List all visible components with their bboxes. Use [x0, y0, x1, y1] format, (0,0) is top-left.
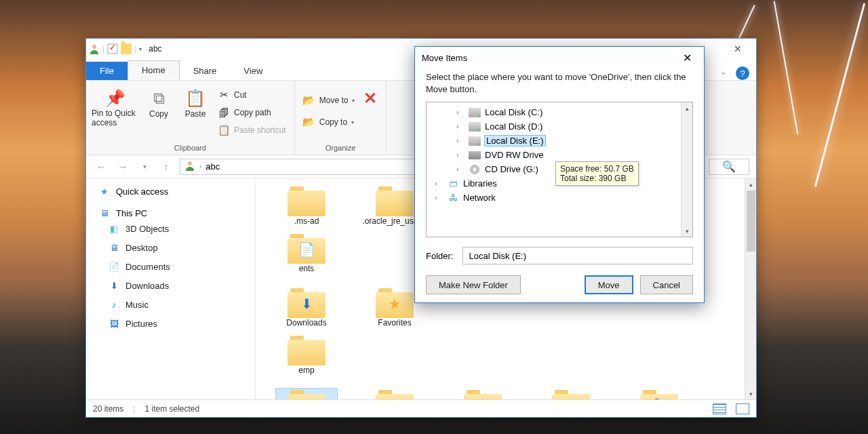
pin-to-quick-access-button[interactable]: 📌 Pin to Quick access [92, 83, 139, 128]
pin-icon: 📌 [104, 87, 126, 109]
sidebar-item-desktop[interactable]: 🖥Desktop [96, 238, 255, 257]
sidebar-item-downloads[interactable]: ⬇Downloads [96, 276, 255, 295]
tab-home[interactable]: Home [127, 60, 180, 80]
drive-icon [469, 122, 481, 132]
scissors-icon: ✂ [218, 89, 230, 101]
recent-dropdown[interactable]: ▾ [136, 159, 153, 175]
search-icon: 🔍 [722, 160, 736, 173]
tab-share[interactable]: Share [180, 62, 231, 80]
dialog-close-button[interactable]: ✕ [677, 52, 697, 64]
icons-view-icon[interactable] [736, 403, 749, 414]
folder-item-pictures[interactable]: 🖼Pictures [452, 389, 513, 399]
tree-item-local-disk-d[interactable]: ›Local Disk (D:) [435, 119, 692, 134]
copy-path-button[interactable]: 🗐Copy path [215, 105, 289, 120]
tree-item-dvd-drive[interactable]: ›DVD RW Drive [435, 148, 692, 162]
close-button[interactable]: ✕ [722, 39, 753, 59]
folder-icon: ☁ [288, 389, 326, 399]
sidebar-quick-access[interactable]: ★Quick access [96, 185, 255, 197]
expand-icon[interactable]: › [435, 180, 443, 187]
folder-icon: 🔍 [640, 389, 678, 399]
lightning-bolt [774, 1, 799, 134]
tree-item-local-disk-e[interactable]: ›Local Disk (E:) [435, 134, 692, 148]
quick-access-toolbar: | | ▾ [89, 43, 142, 54]
back-button[interactable]: ← [93, 159, 109, 175]
tree-item-local-disk-c[interactable]: ›Local Disk (C:) [435, 105, 692, 119]
move-button[interactable]: Move [585, 275, 633, 294]
status-bar: 20 items | 1 item selected [86, 399, 756, 417]
expand-icon[interactable]: › [456, 151, 465, 159]
folder-item-partial[interactable]: 📄ents [276, 233, 337, 273]
star-icon: ★ [98, 185, 111, 197]
sidebar-item-pictures[interactable]: 🖼Pictures [96, 314, 255, 333]
cd-icon [469, 165, 481, 174]
qat-dropdown-icon[interactable]: ▾ [139, 46, 142, 52]
forward-button[interactable]: → [115, 159, 131, 175]
expand-icon[interactable]: › [456, 165, 465, 173]
folder-icon [288, 185, 326, 216]
libraries-icon: 🗃 [447, 179, 459, 189]
scroll-down-icon[interactable]: ▾ [682, 225, 693, 237]
folder-input[interactable] [462, 247, 693, 264]
folder-label: Folder: [426, 251, 453, 261]
folder-item-onedrive[interactable]: ☁OneDrive [276, 389, 337, 399]
move-to-icon: 📂 [303, 94, 315, 106]
download-icon: ⬇ [108, 279, 120, 292]
folder-item-downloads[interactable]: ⬇Downloads [276, 287, 337, 328]
dialog-title-bar[interactable]: Move Items ✕ [415, 47, 704, 68]
copy-to-button[interactable]: 📂Copy to▾ [300, 115, 358, 130]
sidebar-item-3d-objects[interactable]: ◧3D Objects [96, 219, 255, 238]
scrollbar[interactable]: ▴ ▾ [745, 178, 756, 399]
document-icon: 📄 [108, 260, 120, 273]
music-icon: ♪ [108, 298, 120, 311]
folder-item[interactable]: .ms-ad [276, 185, 337, 226]
paste-shortcut-icon: 📋 [218, 124, 230, 136]
paste-button[interactable]: 📋 Paste [178, 83, 212, 119]
properties-icon[interactable] [107, 43, 118, 54]
details-view-icon[interactable] [713, 403, 726, 414]
folder-icon: 🖼 [464, 389, 502, 399]
folder-item-photoshop-temp[interactable]: Photoshop temp [364, 389, 425, 399]
download-arrow-icon: ⬇ [298, 295, 315, 313]
cancel-button[interactable]: Cancel [640, 275, 693, 294]
up-button[interactable]: ↑ [158, 159, 174, 175]
window-title: abc [149, 44, 161, 54]
delete-button[interactable]: ✕ [360, 83, 380, 109]
move-to-button[interactable]: 📂Move to▾ [300, 93, 358, 108]
expand-icon[interactable]: › [456, 137, 465, 144]
navigation-pane[interactable]: ★Quick access 🖥This PC ◧3D Objects 🖥Desk… [86, 178, 256, 399]
delete-icon: ✕ [359, 87, 381, 109]
collapse-ribbon-icon[interactable]: ⌃ [720, 71, 726, 80]
folder-icon[interactable] [121, 43, 132, 54]
breadcrumb-separator: › [199, 163, 201, 170]
paste-icon: 📋 [184, 87, 206, 109]
search-input[interactable]: 🔍 [709, 159, 749, 175]
folder-item-partial[interactable]: emp [276, 334, 337, 375]
help-icon[interactable]: ? [736, 66, 749, 80]
cut-button[interactable]: ✂Cut [215, 87, 289, 102]
expand-icon[interactable]: › [456, 108, 465, 116]
sidebar-item-documents[interactable]: 📄Documents [96, 257, 255, 276]
folder-item-searches[interactable]: 🔍Searches [629, 389, 690, 399]
tree-item-network[interactable]: ›🖧Network [435, 191, 692, 205]
tab-view[interactable]: View [230, 62, 276, 80]
folder-icon: 📄 [288, 233, 326, 264]
folder-item-saved-games[interactable]: ♟Saved Games [540, 389, 601, 399]
tab-file[interactable]: File [86, 62, 127, 80]
tree-scrollbar[interactable]: ▴ ▾ [681, 102, 692, 237]
breadcrumb-current[interactable]: abc [205, 161, 220, 172]
scroll-down-icon[interactable]: ▾ [745, 388, 756, 399]
make-new-folder-button[interactable]: Make New Folder [426, 275, 521, 294]
scroll-up-icon[interactable]: ▴ [745, 178, 756, 190]
copy-icon: ⧉ [148, 87, 170, 109]
expand-icon[interactable]: › [435, 194, 443, 201]
scroll-thumb[interactable] [747, 191, 755, 252]
folder-tree[interactable]: ›Local Disk (C:) ›Local Disk (D:) ›Local… [426, 102, 693, 237]
scroll-up-icon[interactable]: ▴ [682, 102, 693, 114]
separator: | [134, 44, 136, 54]
copy-button[interactable]: ⧉ Copy [142, 83, 176, 119]
network-icon: 🖧 [447, 193, 459, 203]
sidebar-this-pc[interactable]: 🖥This PC [96, 207, 255, 219]
move-items-dialog: Move Items ✕ Select the place where you … [414, 46, 705, 303]
expand-icon[interactable]: › [456, 123, 465, 130]
sidebar-item-music[interactable]: ♪Music [96, 295, 255, 314]
